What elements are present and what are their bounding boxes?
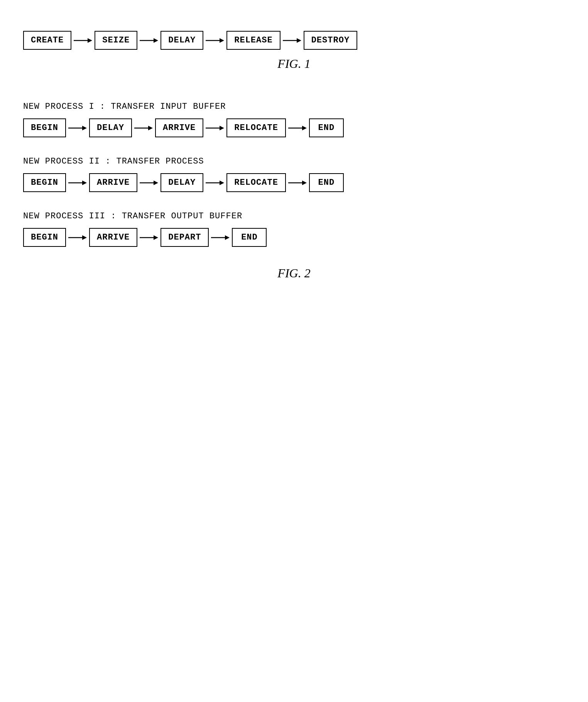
process-flow-row-0: BEGIN DELAY ARRIVE RELOCATE END	[23, 118, 565, 137]
proc0-box-delay-1: DELAY	[89, 118, 132, 137]
proc1-box-relocate-3: RELOCATE	[226, 173, 286, 192]
fig1-box-seize: SEIZE	[95, 31, 137, 50]
arrow-icon	[206, 36, 224, 45]
proc2-box-arrive-1: ARRIVE	[89, 228, 137, 247]
proc1-box-begin-0: BEGIN	[23, 173, 66, 192]
proc0-box-arrive-2: ARRIVE	[155, 118, 203, 137]
process-block-1: NEW PROCESS II : TRANSFER PROCESSBEGIN A…	[23, 157, 565, 192]
arrow-icon	[134, 123, 153, 133]
fig1-box-release: RELEASE	[226, 31, 280, 50]
svg-marker-23	[302, 181, 307, 185]
svg-marker-11	[148, 126, 153, 130]
svg-marker-1	[88, 38, 92, 43]
proc1-box-delay-2: DELAY	[161, 173, 203, 192]
svg-marker-21	[220, 181, 224, 185]
process-block-2: NEW PROCESS III : TRANSFER OUTPUT BUFFER…	[23, 211, 565, 247]
arrow-icon	[288, 178, 307, 187]
process-title-1: NEW PROCESS II : TRANSFER PROCESS	[23, 157, 565, 166]
arrow-icon	[140, 178, 158, 187]
arrow-icon	[140, 36, 158, 45]
arrow-icon	[206, 123, 224, 133]
process-title-0: NEW PROCESS I : TRANSFER INPUT BUFFER	[23, 102, 565, 111]
svg-marker-13	[220, 126, 224, 130]
fig1-flow-row: CREATE SEIZE DELAY RELEASE DESTROY	[23, 31, 565, 50]
fig1-label: FIG. 1	[23, 57, 565, 71]
arrow-icon	[74, 36, 92, 45]
process-flow-row-2: BEGIN ARRIVE DEPART END	[23, 228, 565, 247]
svg-marker-19	[154, 181, 158, 185]
arrow-icon	[283, 36, 301, 45]
process-block-0: NEW PROCESS I : TRANSFER INPUT BUFFERBEG…	[23, 102, 565, 137]
arrow-icon	[140, 233, 158, 242]
proc1-box-arrive-1: ARRIVE	[89, 173, 137, 192]
proc0-box-end-4: END	[309, 118, 344, 137]
arrow-icon	[68, 233, 87, 242]
proc0-box-begin-0: BEGIN	[23, 118, 66, 137]
fig2-section: NEW PROCESS I : TRANSFER INPUT BUFFERBEG…	[23, 102, 565, 280]
svg-marker-7	[297, 38, 301, 43]
arrow-icon	[288, 123, 307, 133]
arrow-icon	[206, 178, 224, 187]
proc1-box-end-4: END	[309, 173, 344, 192]
svg-marker-25	[82, 235, 87, 240]
svg-marker-17	[82, 181, 87, 185]
fig1-box-delay: DELAY	[161, 31, 203, 50]
process-flow-row-1: BEGIN ARRIVE DELAY RELOCATE END	[23, 173, 565, 192]
proc0-box-relocate-3: RELOCATE	[226, 118, 286, 137]
svg-marker-27	[154, 235, 158, 240]
svg-marker-15	[302, 126, 307, 130]
proc2-box-depart-2: DEPART	[161, 228, 209, 247]
fig1-section: CREATE SEIZE DELAY RELEASE DESTROY FIG. …	[23, 31, 565, 71]
svg-marker-3	[154, 38, 158, 43]
arrow-icon	[68, 123, 87, 133]
arrow-icon	[211, 233, 230, 242]
process-title-2: NEW PROCESS III : TRANSFER OUTPUT BUFFER	[23, 211, 565, 221]
svg-marker-5	[220, 38, 224, 43]
fig1-box-destroy: DESTROY	[304, 31, 357, 50]
fig1-box-create: CREATE	[23, 31, 71, 50]
arrow-icon	[68, 178, 87, 187]
proc2-box-end-3: END	[232, 228, 267, 247]
proc2-box-begin-0: BEGIN	[23, 228, 66, 247]
fig2-label: FIG. 2	[23, 266, 565, 280]
svg-marker-29	[225, 235, 230, 240]
svg-marker-9	[82, 126, 87, 130]
